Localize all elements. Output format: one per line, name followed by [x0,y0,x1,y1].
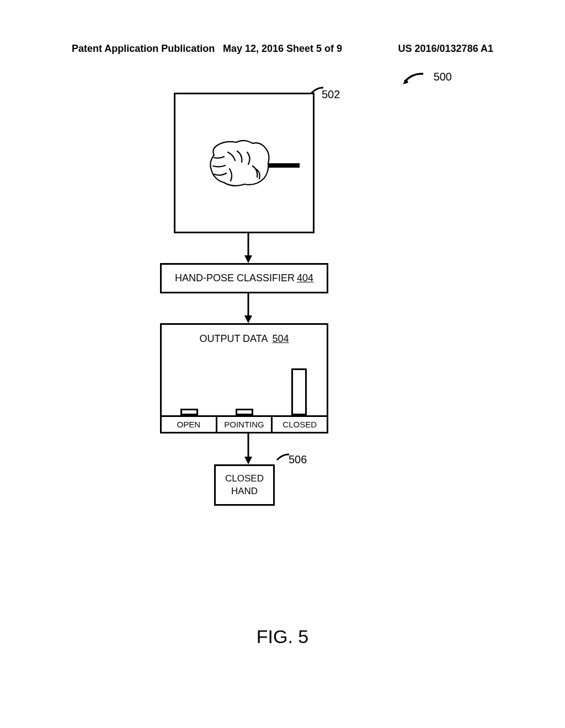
header-right-text: US 2016/0132786 A1 [398,43,493,55]
bar-pointing [217,360,272,415]
reference-arrow-500 [401,72,424,88]
figure-500: 500 502 HAND-POSE CLASSIFIER 404 OUTPUT … [0,66,565,618]
bar-closed [271,360,327,415]
reference-label-502: 502 [322,88,340,101]
figure-caption: FIG. 5 [0,626,565,647]
bar-open [162,360,217,415]
arrow-down-icon [243,433,253,465]
lead-line-506 [275,452,290,465]
result-box-506: CLOSED HAND [214,464,275,506]
arrow-down-icon [243,293,253,324]
reference-label-506: 506 [289,453,307,466]
closed-fist-icon [203,136,305,196]
bar-label-pointing: POINTING [217,415,273,432]
header-center-text: May 12, 2016 Sheet 5 of 9 [223,43,342,55]
input-image-box-502 [174,93,315,233]
arrow-down-icon [243,233,253,264]
classifier-label: HAND-POSE CLASSIFIER [175,272,295,284]
bar-chart [162,360,327,415]
bar-label-open: OPEN [162,415,217,432]
output-title: OUTPUT DATA 504 [162,333,327,345]
output-data-box-504: OUTPUT DATA 504 OPEN POINTING CLOSED [160,323,328,433]
header-left-text: Patent Application Publication [72,43,215,55]
result-line2: HAND [231,485,258,497]
result-line1: CLOSED [225,473,264,485]
reference-label-500: 500 [434,71,452,83]
bar-labels: OPEN POINTING CLOSED [162,415,327,432]
classifier-ref: 404 [297,272,313,284]
classifier-box-404: HAND-POSE CLASSIFIER 404 [160,263,328,293]
bar-label-closed: CLOSED [273,415,327,432]
page-header: Patent Application Publication May 12, 2… [0,43,565,55]
output-ref: 504 [272,333,289,344]
